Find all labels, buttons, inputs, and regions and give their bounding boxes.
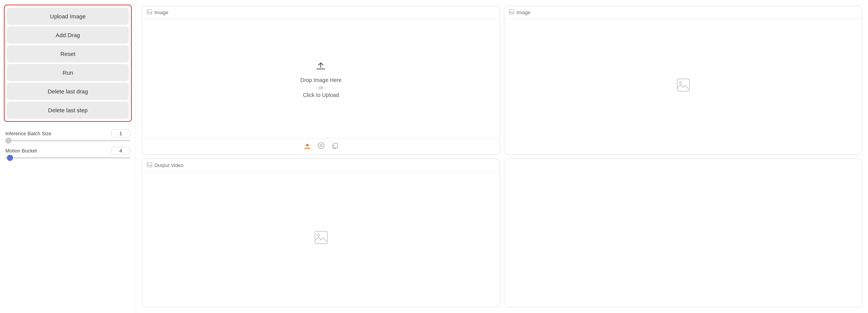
- input-image-panel-footer: [142, 138, 500, 154]
- bottom-right-panel-body: [504, 159, 862, 307]
- svg-point-12: [317, 234, 320, 236]
- bottom-right-panel: [504, 159, 862, 308]
- svg-rect-11: [315, 231, 327, 244]
- batch-size-slider[interactable]: [5, 140, 130, 141]
- motion-bucket-label: Motion Bucket: [5, 148, 37, 154]
- svg-point-2: [318, 143, 324, 149]
- click-to-upload-text: Click to Upload: [303, 92, 339, 98]
- output-image-header-icon: [509, 9, 514, 16]
- batch-size-label: Inference Batch Size: [5, 131, 51, 136]
- batch-size-control: Inference Batch Size: [5, 129, 130, 141]
- output-image-body: [504, 19, 862, 154]
- drop-image-text: Drop Image Here: [300, 77, 341, 83]
- svg-point-1: [148, 11, 149, 11]
- copy-footer-icon[interactable]: [331, 142, 339, 151]
- upload-image-button[interactable]: Upload Image: [7, 8, 129, 25]
- controls-section: Inference Batch Size Motion Bucket: [4, 126, 132, 162]
- motion-bucket-control: Motion Bucket: [5, 147, 130, 159]
- output-video-panel-title: Output Video: [154, 162, 184, 168]
- action-button-group: Upload Image Add Drag Reset Run Delete l…: [4, 5, 132, 122]
- delete-last-step-button[interactable]: Delete last step: [7, 102, 129, 119]
- input-image-drop-zone[interactable]: Drop Image Here - or - Click to Upload: [142, 19, 500, 138]
- drop-or-text: - or -: [316, 85, 326, 90]
- svg-rect-7: [677, 79, 689, 91]
- output-image-placeholder-icon: [676, 77, 691, 96]
- svg-point-8: [679, 82, 682, 84]
- output-image-panel: Image: [504, 6, 862, 155]
- input-image-panel-title: Image: [154, 10, 168, 15]
- input-image-panel-header: Image: [142, 6, 500, 19]
- svg-point-3: [320, 144, 322, 147]
- svg-point-6: [510, 11, 511, 11]
- motion-bucket-header: Motion Bucket: [5, 147, 130, 155]
- output-video-header-icon: [147, 162, 152, 169]
- batch-size-header: Inference Batch Size: [5, 129, 130, 138]
- upload-arrow-icon: [315, 59, 327, 74]
- output-video-placeholder-icon: [313, 230, 329, 249]
- sidebar: Upload Image Add Drag Reset Run Delete l…: [0, 0, 136, 313]
- output-image-panel-header: Image: [504, 6, 862, 19]
- main-content: Image Drop Image Here - or - Click to Up…: [136, 0, 868, 313]
- add-drag-button[interactable]: Add Drag: [7, 26, 129, 44]
- input-image-header-icon: [147, 9, 152, 16]
- crop-footer-icon[interactable]: [317, 142, 325, 151]
- output-video-body: [142, 172, 500, 307]
- upload-footer-icon[interactable]: [304, 142, 311, 151]
- batch-size-value[interactable]: [111, 129, 130, 138]
- output-video-panel-header: Output Video: [142, 159, 500, 172]
- motion-bucket-slider[interactable]: [5, 157, 130, 159]
- output-video-panel: Output Video: [142, 159, 500, 308]
- reset-button[interactable]: Reset: [7, 45, 129, 62]
- run-button[interactable]: Run: [7, 64, 129, 81]
- svg-rect-4: [334, 143, 338, 148]
- output-image-panel-title: Image: [517, 10, 530, 15]
- drop-zone-content: Drop Image Here - or - Click to Upload: [300, 59, 341, 98]
- motion-bucket-value[interactable]: [111, 147, 130, 155]
- delete-last-drag-button[interactable]: Delete last drag: [7, 83, 129, 100]
- svg-point-10: [148, 163, 149, 164]
- input-image-panel: Image Drop Image Here - or - Click to Up…: [142, 6, 500, 155]
